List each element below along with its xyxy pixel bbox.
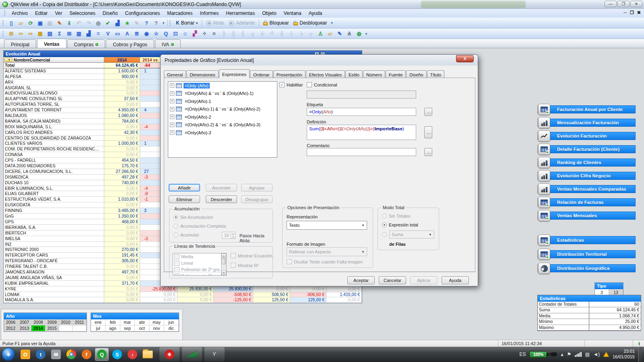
start-button[interactable]: ❖: [2, 348, 15, 361]
outlook-icon[interactable]: O: [19, 348, 32, 361]
toolbar-overflow-icon[interactable]: ▾: [161, 19, 166, 27]
month-cell[interactable]: mar: [120, 319, 135, 325]
year-cell[interactable]: 2013: [18, 325, 31, 331]
sidebar-button-facturaci-n-anual-por-cliente[interactable]: Facturación Anual por Cliente: [537, 105, 641, 115]
search-dropdown-icon[interactable]: ◌▾: [4, 58, 12, 62]
menu-item-herramientas[interactable]: Herramientas: [222, 9, 258, 17]
tab-ventas[interactable]: Ventas: [37, 39, 66, 48]
sidebar-button-evoluci-n-facturaci-n[interactable]: Evolución Facturación: [537, 131, 641, 142]
sidebar-button-label[interactable]: Ventas Mensuales Comparadas: [541, 185, 636, 193]
document-properties-icon[interactable]: ▱: [326, 30, 334, 38]
month-cell[interactable]: abr: [135, 319, 149, 325]
menu-item-informes[interactable]: Informes: [196, 9, 223, 17]
show-desktop-button[interactable]: [638, 347, 642, 362]
close-button[interactable]: ✕: [630, 1, 642, 7]
sidebar-button-label[interactable]: Ranking de Clientes: [541, 158, 636, 167]
month-cell[interactable]: jun: [164, 319, 179, 325]
sidebar-button-label[interactable]: Estadísticas: [541, 236, 636, 244]
signal-bars-icon[interactable]: [575, 352, 582, 357]
month-caption[interactable]: Mes: [91, 313, 179, 319]
battery-indicator[interactable]: 100%: [529, 351, 547, 358]
sidebar-button-label[interactable]: Relación de Facturas: [541, 198, 636, 206]
sidebar-button-label[interactable]: Distribución Geográfica: [541, 264, 636, 272]
custom-object-icon[interactable]: ☺: [181, 30, 190, 38]
equals-object-icon[interactable]: =: [94, 30, 103, 38]
scroll-up-icon[interactable]: ▲: [221, 253, 226, 258]
add-expression-button[interactable]: Añadir: [169, 184, 200, 191]
qlikview-icon[interactable]: Q: [95, 348, 109, 361]
menu-item-ventana[interactable]: Ventana: [280, 9, 305, 17]
open-file-icon[interactable]: ▱: [17, 19, 25, 27]
tab-iva[interactable]: IVA: [155, 39, 181, 48]
sidebar-button-estad-sticas[interactable]: Estadísticas: [537, 235, 641, 246]
sidebar-button-ventas-mensuales[interactable]: Ventas Mensuales: [537, 211, 641, 221]
network-signal-icon[interactable]: [185, 348, 199, 361]
edit-module-icon[interactable]: ✎: [335, 30, 344, 38]
tab-compras[interactable]: Compras: [67, 39, 105, 48]
conditional-checkbox[interactable]: Condicional: [307, 82, 337, 87]
slider-object-icon[interactable]: ▭: [113, 30, 122, 38]
comment-ellipsis-button[interactable]: …: [424, 148, 432, 156]
promote-expression-button[interactable]: Ascender: [206, 184, 237, 191]
reload-data-icon[interactable]: ⟳: [26, 19, 35, 27]
teamviewer-icon[interactable]: ✳: [163, 348, 176, 361]
toolbar-overflow-icon[interactable]: ▾: [364, 30, 369, 38]
mdi-minimize-icon[interactable]: ─: [623, 10, 627, 15]
stepper-down-icon[interactable]: ▼: [231, 235, 235, 239]
month-cell[interactable]: jul: [91, 325, 105, 331]
save-icon[interactable]: ▣: [36, 19, 45, 27]
table-box-icon[interactable]: ⊞: [65, 30, 74, 38]
trendline-option[interactable]: Lineal: [173, 260, 221, 266]
sidebar-button-distribuci-n-geogr-fica[interactable]: Distribución Geográfica: [537, 263, 641, 274]
text-object-icon[interactable]: A: [123, 30, 132, 38]
demote-sheet-icon[interactable]: ⇨: [26, 30, 35, 38]
sidebar-button-ranking-de-clientes[interactable]: Ranking de Clientes: [537, 158, 641, 168]
aggregation-select[interactable]: Suma ▼: [389, 230, 434, 239]
conditional-expression-input[interactable]: [307, 90, 416, 99]
container-object-icon[interactable]: ⊡: [171, 30, 180, 38]
sidebar-button-detalle-facturaci-n-cliente-[interactable]: Detalle Facturación (Cliente): [537, 144, 641, 155]
year-cell[interactable]: [73, 325, 87, 331]
promote-sheet-icon[interactable]: ⇦: [17, 30, 25, 38]
month-cell[interactable]: may: [149, 319, 164, 325]
expand-icon[interactable]: +: [170, 99, 174, 103]
scroll-thumb[interactable]: [222, 259, 226, 264]
language-indicator[interactable]: ES: [519, 352, 526, 357]
explorer-icon[interactable]: [141, 348, 155, 361]
trendline-checkbox-box[interactable]: [174, 254, 180, 259]
ungroup-expression-button[interactable]: Desagrupar: [241, 195, 272, 203]
sidebar-button-label[interactable]: Distribución Territorial: [541, 250, 636, 258]
trendline-checkbox-box[interactable]: [174, 267, 180, 272]
tab-cobros-y-pagos[interactable]: Cobros y Pagos: [106, 39, 154, 48]
accumulate-radio[interactable]: Acumular: [173, 232, 199, 237]
wireless-antenna-icon[interactable]: ϒ: [208, 348, 221, 361]
edit-sheet-icon[interactable]: ✎: [55, 19, 64, 27]
dialog-tab-presentación[interactable]: Presentación: [273, 70, 305, 78]
add-bookmark-icon[interactable]: ★: [123, 19, 132, 27]
no-accumulation-radio[interactable]: Sin Acumulación: [173, 215, 213, 220]
expand-icon[interactable]: +: [170, 123, 174, 127]
taskbar-clock[interactable]: 23:01 16/01/2015: [613, 349, 635, 360]
year-cell[interactable]: 2009: [45, 319, 59, 325]
user-preferences-icon[interactable]: ♙: [316, 30, 325, 38]
dialog-title-bar[interactable]: Propiedades de Gráfico [Evolución Anual]: [161, 55, 478, 66]
expand-icon[interactable]: +: [170, 91, 174, 96]
sidebar-button-distribuci-n-territorial[interactable]: Distribución Territorial: [537, 249, 641, 260]
menu-item-ayuda[interactable]: Ayuda: [305, 9, 326, 17]
month-cell[interactable]: ago: [105, 325, 120, 331]
estadisticas-caption[interactable]: Estadísticas: [538, 295, 641, 302]
month-cell[interactable]: oct: [135, 325, 149, 331]
group-expression-button[interactable]: Agrupar: [241, 184, 272, 191]
table-row[interactable]: LOMAK0,00 €0,00 €0,00 €-508,50 €508,50 €…: [4, 292, 362, 298]
back-button[interactable]: ◀ Atrás: [204, 19, 227, 27]
definition-ellipsis-button[interactable]: …: [424, 126, 432, 138]
menu-item-diseño[interactable]: Diseño: [99, 9, 121, 17]
context-help-icon[interactable]: ?: [152, 19, 161, 27]
quick-chart-wizard-icon[interactable]: ▟: [113, 19, 122, 27]
connect-icon[interactable]: ⋔: [345, 30, 354, 38]
dialog-tab-número[interactable]: Número: [363, 70, 385, 78]
label-value-input[interactable]: =Only (Año): [307, 108, 416, 116]
expression-list[interactable]: +=Only (Año)+=Only(Año) & ' vs ' & (Only…: [168, 81, 277, 158]
sidebar-button-label[interactable]: Mensualización Facturación: [541, 119, 636, 127]
restore-button[interactable]: ❐: [617, 1, 630, 7]
